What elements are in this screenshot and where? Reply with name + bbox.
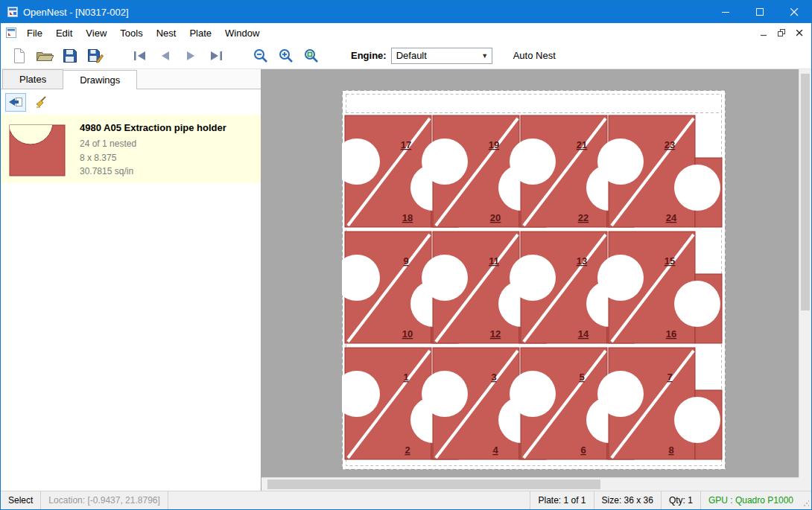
title-bar: OpenNest - [N0317-002] [1,1,811,23]
save-button[interactable] [57,45,83,67]
part-number: 14 [578,328,589,340]
part-number: 20 [490,212,501,223]
part-number: 9 [403,255,408,267]
mdi-minimize-button[interactable] [755,25,773,40]
status-gpu: GPU : Quadro P1000 [700,491,801,509]
window-title: OpenNest - [N0317-002] [23,7,129,18]
previous-icon [160,51,171,61]
new-file-icon [13,48,26,64]
scrollbar-corner [799,477,811,491]
zoom-fit-button[interactable] [299,45,324,67]
mdi-restore-button[interactable] [773,25,790,40]
horizontal-scrollbar[interactable] [261,477,799,491]
blue-arrow-icon [8,96,23,108]
open-folder-icon [36,49,54,63]
left-panel: Plates Drawings 4980 A05 Extraction [1,69,261,491]
chevron-down-icon: ▼ [478,52,492,60]
next-icon [185,51,196,61]
close-icon [790,8,799,16]
minimize-button[interactable] [708,1,743,23]
resize-grip [801,491,811,509]
broom-icon [34,95,48,109]
nest-canvas[interactable]: 171819202122232491011121314151612345678 [261,69,811,491]
part-number: 15 [664,255,675,267]
app-window: OpenNest - [N0317-002] File Edit View To… [0,0,812,510]
save-as-button[interactable] [83,45,108,67]
part-number: 18 [402,212,413,223]
vertical-scrollbar[interactable] [799,69,811,477]
part-number: 4 [492,444,498,456]
panel-tabs: Plates Drawings [1,69,261,89]
last-icon [209,51,223,61]
new-button[interactable] [7,45,32,67]
menu-file[interactable]: File [20,25,49,42]
part-number: 2 [405,444,410,456]
menu-nest[interactable]: Nest [150,25,183,42]
part-number: 17 [401,139,411,150]
menu-window[interactable]: Window [218,25,266,42]
auto-nest-button[interactable]: Auto Nest [507,47,562,64]
engine-label: Engine: [351,50,387,61]
maximize-button[interactable] [743,1,777,23]
drawing-area: 30.7815 sq/in [80,165,226,179]
tab-plates[interactable]: Plates [2,69,63,89]
status-mode: Select [1,491,41,509]
menu-plate[interactable]: Plate [183,25,218,42]
engine-value: Default [392,50,478,61]
part-number: 6 [580,444,586,456]
status-qty: Qty: 1 [661,491,700,509]
horizontal-scrollbar-thumb[interactable] [267,479,600,489]
drawings-toolbar [1,89,261,115]
previous-plate-button[interactable] [153,45,178,67]
zoom-out-icon [253,48,268,63]
plate[interactable]: 171819202122232491011121314151612345678 [342,90,726,470]
part-number: 10 [402,328,413,340]
engine-select[interactable]: Default ▼ [391,48,492,64]
last-plate-button[interactable] [203,45,229,67]
close-button[interactable] [777,1,811,23]
status-size: Size: 36 x 36 [594,491,661,509]
part-number: 11 [489,255,499,267]
part-number: 24 [666,212,677,223]
app-icon [7,6,19,18]
zoom-out-button[interactable] [248,45,273,67]
part-number: 5 [579,372,584,383]
first-plate-button[interactable] [127,45,153,67]
menu-edit[interactable]: Edit [49,25,79,42]
toolbar: Engine: Default ▼ Auto Nest [1,42,811,69]
tab-drawings[interactable]: Drawings [63,70,137,89]
part-number: 21 [577,139,587,150]
part-number: 3 [491,372,496,383]
vertical-scrollbar-thumb[interactable] [801,74,810,310]
part-number: 23 [664,139,675,150]
part-number: 12 [490,328,501,340]
open-button[interactable] [32,45,57,67]
first-icon [133,51,147,61]
zoom-fit-icon [304,48,319,63]
part-number: 16 [666,328,676,340]
return-parts-button[interactable] [5,93,26,112]
part-number: 7 [667,372,672,383]
maximize-icon [756,8,764,16]
mdi-close-icon [796,30,803,36]
part-number: 19 [489,139,499,150]
menu-tools[interactable]: Tools [113,25,149,42]
clear-button[interactable] [31,93,51,112]
status-bar: Select Location: [-0.9437, 21.8796] Plat… [1,491,811,509]
part-number: 22 [578,212,589,223]
part-number: 1 [403,372,408,383]
zoom-in-button[interactable] [273,45,299,67]
mdi-close-button[interactable] [790,25,808,40]
drawing-list-item[interactable]: 4980 A05 Extraction pipe holder 24 of 1 … [1,115,261,183]
zoom-in-icon [279,48,294,63]
minimize-icon [722,8,730,16]
drawing-nested-count: 24 of 1 nested [80,137,226,151]
next-plate-button[interactable] [178,45,203,67]
menu-view[interactable]: View [79,25,113,42]
mdi-restore-icon [778,29,785,36]
part-thumbnail [7,119,69,179]
part-number: 8 [668,444,673,456]
status-location: Location: [-0.9437, 21.8796] [41,491,168,509]
mdi-minimize-icon [761,30,767,36]
menu-bar: File Edit View Tools Nest Plate Window [1,23,811,42]
